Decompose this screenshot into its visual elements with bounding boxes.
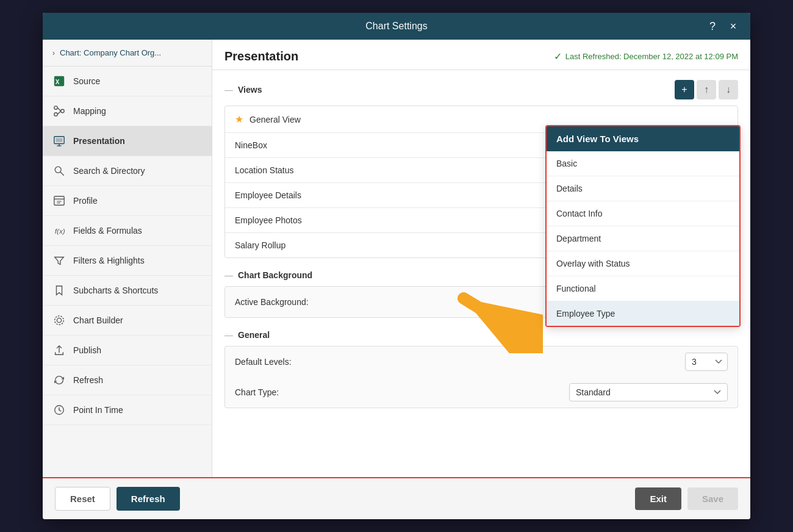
view-item-label: Salary Rollup	[235, 240, 285, 250]
default-levels-select[interactable]: 3 1 2 4 5	[685, 353, 728, 371]
general-section-title: General	[224, 330, 270, 340]
main-content: › Chart: Company Chart Org... X Source	[43, 40, 750, 477]
help-button[interactable]: ?	[705, 19, 720, 34]
sidebar-item-profile[interactable]: Profile	[43, 186, 212, 216]
content-area: Presentation ✓ Last Refreshed: December …	[212, 40, 750, 477]
svg-point-4	[54, 113, 57, 116]
chart-settings-dialog: Chart Settings ? × › Chart: Company Char…	[43, 13, 750, 519]
refresh-icon	[52, 373, 66, 387]
sidebar-item-filters[interactable]: Filters & Highlights	[43, 246, 212, 276]
search-icon	[52, 164, 66, 178]
svg-line-6	[57, 111, 60, 114]
sidebar-item-presentation[interactable]: Presentation	[43, 126, 212, 156]
svg-line-22	[59, 410, 61, 411]
dropdown-item-basic[interactable]: Basic	[547, 151, 739, 176]
svg-rect-10	[56, 138, 63, 142]
svg-point-19	[55, 316, 64, 325]
sidebar-item-fields-label: Fields & Formulas	[73, 226, 142, 235]
reset-button[interactable]: Reset	[55, 487, 110, 511]
active-background-label: Active Background:	[235, 297, 569, 307]
mapping-icon	[52, 104, 66, 118]
close-button[interactable]: ×	[726, 19, 741, 34]
refresh-status: ✓ Last Refreshed: December 12, 2022 at 1…	[554, 51, 738, 62]
filter-icon	[52, 254, 66, 267]
dropdown-item-overlay[interactable]: Overlay with Status	[547, 251, 739, 276]
add-view-button[interactable]: +	[675, 80, 694, 99]
svg-line-5	[57, 108, 60, 111]
svg-point-2	[54, 106, 57, 109]
sidebar-item-profile-label: Profile	[73, 196, 98, 206]
svg-point-3	[61, 109, 64, 112]
sidebar-item-refresh[interactable]: Refresh	[43, 365, 212, 395]
sidebar-item-search[interactable]: Search & Directory	[43, 156, 212, 186]
refresh-button[interactable]: Refresh	[117, 487, 180, 511]
bottom-left-actions: Reset Refresh	[55, 487, 180, 511]
move-down-button[interactable]: ↓	[719, 80, 738, 99]
general-section-header: General	[224, 330, 738, 340]
sidebar-item-fields[interactable]: f(x) Fields & Formulas	[43, 216, 212, 246]
profile-icon	[52, 194, 66, 207]
chart-type-label: Chart Type:	[235, 387, 569, 397]
sidebar-item-chartbuilder[interactable]: Chart Builder	[43, 306, 212, 336]
exit-button[interactable]: Exit	[635, 487, 681, 510]
sidebar-item-pointintime-label: Point In Time	[73, 405, 123, 415]
dropdown-header: Add View To Views	[547, 126, 739, 151]
chart-background-title: Chart Background	[224, 270, 312, 280]
clock-icon	[52, 403, 66, 417]
view-item-label: NineBox	[235, 140, 267, 150]
svg-rect-13	[54, 196, 64, 206]
titlebar: Chart Settings ? ×	[43, 13, 750, 40]
presentation-icon	[52, 134, 66, 148]
builder-icon	[52, 314, 66, 327]
svg-point-11	[55, 167, 61, 173]
sidebar-item-pointintime[interactable]: Point In Time	[43, 395, 212, 425]
dropdown-item-employee-type[interactable]: Employee Type	[547, 301, 739, 326]
dialog-title: Chart Settings	[365, 21, 427, 32]
sidebar-item-publish-label: Publish	[73, 345, 101, 355]
chart-type-select[interactable]: Standard Horizontal Vertical	[569, 383, 728, 401]
content-body: Views + ↑ ↓ ★ General View Ni	[212, 70, 750, 477]
general-section: General Default Levels: 3 1 2 4 5 Ch	[224, 330, 738, 408]
titlebar-actions: ? ×	[705, 19, 741, 34]
view-item-label: General View	[249, 115, 301, 124]
view-item-label: Location Status	[235, 165, 294, 175]
add-view-dropdown: Add View To Views Basic Details Contact …	[545, 125, 741, 327]
content-title: Presentation	[224, 49, 298, 63]
excel-icon: X	[52, 74, 66, 88]
refresh-status-text: Last Refreshed: December 12, 2022 at 12:…	[565, 52, 738, 61]
bottom-right-actions: Exit Save	[635, 487, 738, 510]
star-icon: ★	[235, 113, 243, 125]
sidebar-item-chartbuilder-label: Chart Builder	[73, 315, 123, 325]
dropdown-item-details[interactable]: Details	[547, 176, 739, 201]
views-section-header: Views + ↑ ↓	[224, 80, 738, 99]
formula-icon: f(x)	[52, 224, 66, 237]
default-levels-label: Default Levels:	[235, 357, 685, 367]
publish-icon	[52, 343, 66, 357]
dropdown-item-functional[interactable]: Functional	[547, 276, 739, 301]
svg-point-18	[57, 318, 61, 322]
dropdown-item-department[interactable]: Department	[547, 226, 739, 251]
svg-line-12	[60, 172, 63, 175]
breadcrumb-text: Chart: Company Chart Org...	[60, 48, 161, 57]
chevron-right-icon: ›	[52, 49, 55, 57]
sidebar-item-mapping[interactable]: Mapping	[43, 96, 212, 126]
svg-text:X: X	[56, 79, 60, 85]
content-header: Presentation ✓ Last Refreshed: December …	[212, 40, 750, 70]
svg-text:f(x): f(x)	[55, 227, 65, 235]
default-levels-row: Default Levels: 3 1 2 4 5	[224, 346, 738, 377]
sidebar: › Chart: Company Chart Org... X Source	[43, 40, 212, 477]
bottom-bar: Reset Refresh Exit Save	[43, 477, 750, 519]
views-section-title: Views	[224, 85, 262, 95]
sidebar-item-search-label: Search & Directory	[73, 166, 145, 176]
sidebar-item-subcharts[interactable]: Subcharts & Shortcuts	[43, 276, 212, 306]
sidebar-item-mapping-label: Mapping	[73, 106, 106, 116]
dropdown-item-contact[interactable]: Contact Info	[547, 201, 739, 226]
bookmark-icon	[52, 284, 66, 297]
view-item-label: Employee Details	[235, 190, 301, 200]
breadcrumb-item[interactable]: › Chart: Company Chart Org...	[43, 40, 212, 66]
move-up-button[interactable]: ↑	[697, 80, 716, 99]
check-icon: ✓	[554, 51, 562, 62]
sidebar-item-publish[interactable]: Publish	[43, 336, 212, 365]
sidebar-item-source[interactable]: X Source	[43, 66, 212, 96]
save-button[interactable]: Save	[687, 487, 738, 510]
